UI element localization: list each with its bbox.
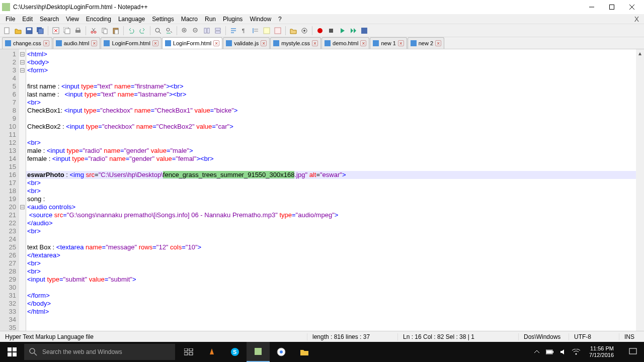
menu-file[interactable]: File [2,15,19,23]
print-icon[interactable] [73,26,83,36]
tab-new-2[interactable]: new 2× [408,37,444,49]
zoom-in-icon[interactable] [180,26,190,36]
status-ins[interactable]: INS [619,333,644,340]
menu-window[interactable]: Window [246,15,275,23]
maximize-button[interactable] [602,0,622,14]
search-icon [29,348,37,356]
wifi-icon[interactable] [572,348,580,356]
menu-macro[interactable]: Macro [178,15,201,23]
tab-mystyle-css[interactable]: mystyle.css× [270,37,321,49]
show-all-icon[interactable]: ¶ [239,26,250,36]
tab-validate-js[interactable]: validate.js× [223,37,270,49]
titlebar[interactable]: C:\Users\hp\Desktop\LoginForm.html - Not… [0,0,644,14]
svg-rect-53 [13,352,17,356]
record-icon[interactable] [315,26,325,36]
status-eol[interactable]: Dos\Windows [518,333,569,340]
play-multi-icon[interactable] [348,26,358,36]
lang-icon[interactable] [262,26,272,36]
close-icon[interactable] [51,26,61,36]
tab-demo-html[interactable]: demo.html× [321,37,369,49]
tab-close-icon[interactable]: × [312,40,318,46]
menu-help[interactable]: ? [275,15,285,23]
tab-close-icon[interactable]: × [152,40,158,46]
open-file-icon[interactable] [13,26,23,36]
vlc-icon[interactable] [200,342,223,362]
tab-loginform-1[interactable]: LoginForm.html× [101,37,161,49]
svg-point-64 [280,350,283,353]
minimize-button[interactable] [582,0,602,14]
chrome-icon[interactable] [270,342,293,362]
vertical-scrollbar[interactable]: ▴ [636,49,644,331]
file-icon [411,40,417,46]
paste-icon[interactable] [111,26,121,36]
tab-close-icon[interactable]: × [213,40,219,46]
menu-edit[interactable]: Edit [19,15,36,23]
tab-close-icon[interactable]: × [91,40,97,46]
save-macro-icon[interactable] [359,26,369,36]
folder-icon[interactable] [288,26,298,36]
task-view-icon[interactable] [177,342,200,362]
skype-icon[interactable]: S [223,342,247,362]
notepad-task-icon[interactable] [247,342,270,362]
notification-icon[interactable] [623,342,643,362]
menu-run[interactable]: Run [201,15,219,23]
menu-settings[interactable]: Settings [148,15,177,23]
svg-rect-56 [184,348,188,351]
tab-audio-html[interactable]: audio.html× [53,37,101,49]
svg-rect-33 [207,28,209,33]
menu-view[interactable]: View [62,15,83,23]
tab-close-icon[interactable]: × [360,40,366,46]
undo-icon[interactable] [126,26,136,36]
copy-icon[interactable] [100,26,110,36]
menu-close-x[interactable]: X [631,15,642,23]
tab-close-icon[interactable]: × [398,40,404,46]
stop-icon[interactable] [326,26,336,36]
cut-icon[interactable] [89,26,99,36]
editor-area[interactable]: 1234567891011121314151617181920212223242… [0,49,644,331]
svg-rect-32 [204,28,206,33]
close-all-icon[interactable] [62,26,72,36]
close-button[interactable] [622,0,642,14]
zoom-out-icon[interactable] [191,26,201,36]
taskbar-clock[interactable]: 11:56 PM 7/12/2016 [585,345,618,358]
menu-plugins[interactable]: Plugins [219,15,246,23]
battery-icon[interactable] [546,348,554,356]
statusbar: Hyper Text Markup Language file length :… [0,331,644,342]
replace-icon[interactable] [164,26,174,36]
svg-rect-21 [104,29,107,34]
save-icon[interactable] [24,26,34,36]
explorer-icon[interactable] [293,342,316,362]
tab-change-css[interactable]: change.css× [2,37,52,49]
windows-taskbar: Search the web and Windows S 11:56 PM 7/… [0,342,644,362]
svg-point-54 [30,348,35,353]
doc-map-icon[interactable] [273,26,283,36]
tab-close-icon[interactable]: × [43,40,49,46]
volume-icon[interactable] [559,348,567,356]
sync-h-icon[interactable] [213,26,223,36]
fold-margin[interactable]: ⊟⊟⊟ ⊟ [19,49,26,331]
play-icon[interactable] [337,26,347,36]
taskbar-search[interactable]: Search the web and Windows [24,344,175,360]
tab-close-icon[interactable]: × [261,40,267,46]
code-area[interactable]: <html><body><form> first name : <input t… [26,49,644,331]
scroll-up-icon[interactable]: ▴ [636,49,644,57]
redo-icon[interactable] [137,26,147,36]
svg-rect-34 [215,28,220,30]
wrap-icon[interactable] [228,26,238,36]
save-all-icon[interactable] [35,26,45,36]
sync-v-icon[interactable] [202,26,212,36]
monitor-icon[interactable] [299,26,309,36]
tab-new-1[interactable]: new 1× [370,37,407,49]
indent-guide-icon[interactable] [251,26,261,36]
tab-close-icon[interactable]: × [435,40,441,46]
status-enc[interactable]: UTF-8 [569,333,619,340]
svg-point-47 [317,28,323,33]
menu-search[interactable]: Search [36,15,62,23]
new-file-icon[interactable] [2,26,12,36]
start-button[interactable] [0,342,24,362]
find-icon[interactable] [153,26,163,36]
tray-chevron-icon[interactable] [533,348,541,356]
menu-language[interactable]: Language [115,15,148,23]
menu-encoding[interactable]: Encoding [83,15,115,23]
tab-loginform-2[interactable]: LoginForm.html× [162,37,222,49]
